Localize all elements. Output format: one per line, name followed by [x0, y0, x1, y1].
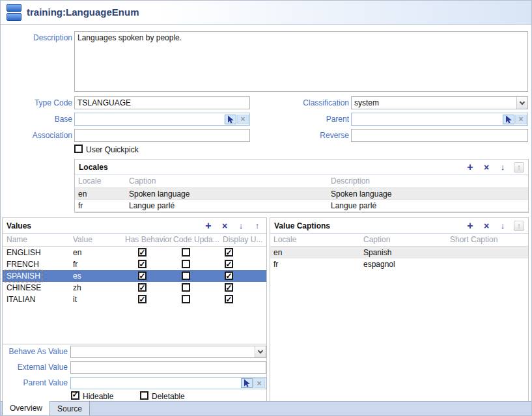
- code-updatable-checkbox[interactable]: [182, 283, 190, 292]
- code-updatable-checkbox[interactable]: [182, 271, 190, 280]
- has-behavior-checkbox[interactable]: [138, 283, 147, 292]
- classification-dropdown-button[interactable]: [516, 97, 527, 109]
- description-label: Description: [1, 31, 72, 44]
- tab-overview[interactable]: Overview: [2, 401, 50, 415]
- display-updatable-checkbox[interactable]: [225, 248, 233, 257]
- pick-arrow-icon: [505, 115, 512, 124]
- parent-clear-button[interactable]: ×: [515, 115, 527, 124]
- locales-title: Locales: [79, 163, 108, 172]
- values-toolbar: + × ↓ ↑: [203, 221, 262, 231]
- value-captions-move-up-button[interactable]: ↑: [514, 221, 524, 231]
- association-input[interactable]: [74, 129, 250, 142]
- cell-caption: Spanish: [363, 247, 391, 258]
- column-header: Description: [331, 175, 370, 187]
- column-header: Short Caption: [450, 234, 497, 246]
- locales-panel-header: Locales + × ↓ ↑: [75, 159, 528, 175]
- column-header: Caption: [129, 175, 156, 187]
- display-updatable-checkbox[interactable]: [225, 283, 233, 292]
- cell-locale: en: [273, 247, 282, 258]
- parent-value-field[interactable]: ×: [70, 377, 266, 389]
- table-row[interactable]: ITALIAN it: [3, 294, 266, 305]
- table-row[interactable]: FRENCH fr: [3, 258, 266, 270]
- user-quickpick-label: User Quickpick: [86, 145, 139, 154]
- column-header: Display U...: [223, 234, 262, 246]
- table-row[interactable]: ENGLISH en: [3, 247, 266, 258]
- values-fields-divider: [3, 344, 266, 344]
- cell-value: fr: [73, 258, 77, 270]
- values-panel: Values + × ↓ ↑ Name Value Has Behavior C…: [2, 217, 267, 402]
- display-updatable-checkbox[interactable]: [225, 260, 233, 268]
- table-row[interactable]: en Spanish: [270, 247, 528, 258]
- base-clear-button[interactable]: ×: [237, 115, 249, 124]
- display-updatable-checkbox[interactable]: [225, 295, 233, 303]
- cell-value: en: [73, 247, 81, 258]
- locales-move-down-button[interactable]: ↓: [497, 162, 508, 173]
- base-label: Base: [1, 113, 72, 126]
- pick-arrow-icon: [227, 115, 234, 124]
- values-add-button[interactable]: +: [203, 221, 214, 231]
- values-move-down-button[interactable]: ↓: [236, 221, 246, 231]
- description-field[interactable]: Languages spoken by people.: [74, 31, 528, 92]
- locales-toolbar: + × ↓ ↑: [465, 162, 524, 173]
- base-field[interactable]: ×: [74, 113, 250, 126]
- code-updatable-checkbox[interactable]: [182, 295, 190, 303]
- code-updatable-checkbox[interactable]: [182, 248, 190, 257]
- parent-value-pick-button[interactable]: [241, 378, 253, 388]
- has-behavior-checkbox[interactable]: [138, 248, 147, 257]
- chevron-down-icon: [258, 348, 263, 354]
- values-column-headers: Name Value Has Behavior Code Upda... Dis…: [3, 234, 266, 247]
- column-header: Locale: [273, 234, 296, 246]
- behave-as-value-dropdown-button[interactable]: [255, 346, 266, 357]
- enum-type-icon: [7, 4, 21, 21]
- parent-value-label: Parent Value: [7, 377, 68, 389]
- column-header: Value: [73, 234, 92, 246]
- table-row[interactable]: fr espagnol: [270, 258, 528, 270]
- cell-description: Spoken language: [331, 188, 391, 200]
- values-move-up-button[interactable]: ↑: [252, 221, 262, 231]
- has-behavior-checkbox[interactable]: [138, 271, 147, 280]
- table-row[interactable]: en Spoken language Spoken language: [75, 188, 528, 200]
- classification-value: system: [354, 97, 379, 109]
- value-captions-title: Value Captions: [274, 221, 330, 230]
- value-captions-move-down-button[interactable]: ↓: [497, 221, 508, 231]
- table-row[interactable]: SPANISH es: [3, 270, 266, 282]
- cell-caption: espagnol: [363, 258, 395, 270]
- column-header: Code Upda...: [173, 234, 219, 246]
- table-row[interactable]: CHINESE zh: [3, 282, 266, 294]
- cell-locale: fr: [78, 200, 83, 212]
- page-title: training:LanguageEnum: [27, 7, 139, 18]
- value-captions-column-headers: Locale Caption Short Caption: [270, 234, 528, 247]
- parent-value-clear-button[interactable]: ×: [253, 378, 265, 388]
- column-header: Name: [7, 234, 27, 246]
- code-updatable-checkbox[interactable]: [182, 260, 190, 268]
- has-behavior-checkbox[interactable]: [138, 260, 147, 268]
- has-behavior-checkbox[interactable]: [138, 295, 147, 303]
- deletable-checkbox[interactable]: [140, 391, 148, 400]
- behave-as-value-select[interactable]: [70, 346, 266, 358]
- display-updatable-checkbox[interactable]: [225, 271, 233, 280]
- tab-source[interactable]: Source: [50, 402, 90, 415]
- parent-field[interactable]: ×: [351, 113, 528, 126]
- external-value-input[interactable]: [70, 361, 266, 374]
- value-captions-add-button[interactable]: +: [465, 221, 475, 231]
- hideable-checkbox[interactable]: [71, 391, 79, 400]
- type-code-label: Type Code: [1, 96, 72, 109]
- reverse-input[interactable]: [351, 129, 528, 142]
- locales-move-up-button[interactable]: ↑: [514, 162, 524, 173]
- parent-pick-button[interactable]: [503, 115, 514, 124]
- locales-add-button[interactable]: +: [465, 162, 475, 173]
- enum-editor-window: training:LanguageEnum Description Langua…: [0, 0, 532, 416]
- type-code-input[interactable]: [74, 96, 250, 109]
- value-captions-delete-button[interactable]: ×: [481, 221, 492, 231]
- user-quickpick-checkbox[interactable]: [74, 145, 83, 153]
- table-row[interactable]: fr Langue parlé Langue parlé: [75, 200, 528, 212]
- value-captions-panel-header: Value Captions + × ↓ ↑: [270, 218, 528, 234]
- deletable-label: Deletable: [152, 392, 185, 401]
- values-panel-header: Values + × ↓ ↑: [3, 218, 266, 234]
- value-captions-toolbar: + × ↓ ↑: [465, 221, 524, 231]
- values-delete-button[interactable]: ×: [219, 221, 230, 231]
- locales-delete-button[interactable]: ×: [481, 162, 492, 173]
- base-pick-button[interactable]: [225, 115, 236, 124]
- cell-description: Langue parlé: [331, 200, 376, 212]
- classification-select[interactable]: system: [351, 96, 528, 109]
